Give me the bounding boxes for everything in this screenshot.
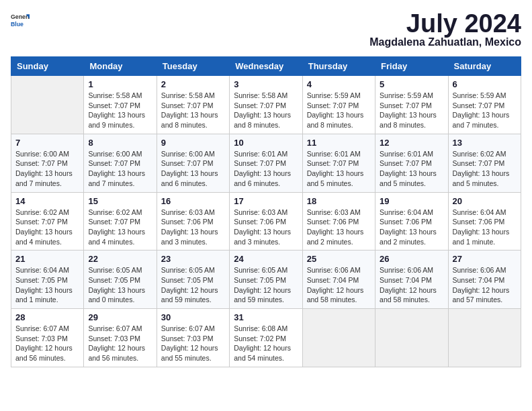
- day-number: 16: [161, 196, 225, 206]
- day-number: 13: [453, 138, 517, 148]
- day-info: Sunrise: 6:01 AMSunset: 7:07 PMDaylight:…: [234, 149, 298, 189]
- day-info: Sunrise: 6:03 AMSunset: 7:06 PMDaylight:…: [161, 208, 225, 247]
- day-of-week-header: Tuesday: [157, 57, 229, 76]
- day-number: 24: [234, 254, 298, 264]
- day-info: Sunrise: 6:07 AMSunset: 7:03 PMDaylight:…: [161, 324, 225, 363]
- day-info: Sunrise: 6:00 AMSunset: 7:07 PMDaylight:…: [88, 149, 152, 189]
- day-info: Sunrise: 6:01 AMSunset: 7:07 PMDaylight:…: [307, 149, 371, 189]
- calendar-cell: 3Sunrise: 5:58 AMSunset: 7:07 PMDaylight…: [230, 76, 302, 134]
- calendar-cell: 9Sunrise: 6:00 AMSunset: 7:07 PMDaylight…: [157, 134, 229, 192]
- day-of-week-header: Wednesday: [230, 57, 302, 76]
- page-header: General Blue July 2024 Magdalena Zahuatl…: [11, 11, 521, 54]
- day-info: Sunrise: 6:00 AMSunset: 7:07 PMDaylight:…: [15, 149, 79, 189]
- day-number: 1: [88, 79, 152, 89]
- day-number: 4: [307, 79, 371, 89]
- calendar-cell: [375, 309, 448, 367]
- day-number: 21: [15, 254, 79, 264]
- day-info: Sunrise: 6:02 AMSunset: 7:07 PMDaylight:…: [453, 149, 517, 189]
- calendar-cell: 16Sunrise: 6:03 AMSunset: 7:06 PMDayligh…: [157, 192, 229, 250]
- calendar-cell: 17Sunrise: 6:03 AMSunset: 7:06 PMDayligh…: [230, 192, 302, 250]
- day-number: 20: [453, 196, 517, 206]
- day-number: 27: [453, 254, 517, 264]
- day-number: 29: [88, 312, 152, 322]
- day-number: 11: [307, 138, 371, 148]
- day-info: Sunrise: 5:59 AMSunset: 7:07 PMDaylight:…: [380, 91, 443, 130]
- day-number: 22: [88, 254, 152, 264]
- calendar-cell: [448, 309, 521, 367]
- day-of-week-header: Friday: [375, 57, 448, 76]
- day-number: 19: [380, 196, 443, 206]
- day-info: Sunrise: 6:03 AMSunset: 7:06 PMDaylight:…: [307, 208, 371, 247]
- day-info: Sunrise: 6:04 AMSunset: 7:06 PMDaylight:…: [453, 208, 517, 247]
- day-number: 9: [161, 138, 225, 148]
- day-info: Sunrise: 6:02 AMSunset: 7:07 PMDaylight:…: [15, 208, 79, 247]
- day-info: Sunrise: 5:58 AMSunset: 7:07 PMDaylight:…: [88, 91, 152, 130]
- calendar-cell: [11, 76, 84, 134]
- day-number: 12: [380, 138, 443, 148]
- day-info: Sunrise: 6:05 AMSunset: 7:05 PMDaylight:…: [88, 265, 152, 305]
- day-number: 8: [88, 138, 152, 148]
- calendar-cell: 22Sunrise: 6:05 AMSunset: 7:05 PMDayligh…: [84, 250, 157, 309]
- day-info: Sunrise: 6:08 AMSunset: 7:02 PMDaylight:…: [234, 324, 298, 363]
- day-number: 7: [15, 138, 79, 148]
- calendar-cell: 14Sunrise: 6:02 AMSunset: 7:07 PMDayligh…: [11, 192, 84, 250]
- calendar-cell: 26Sunrise: 6:06 AMSunset: 7:04 PMDayligh…: [375, 250, 448, 309]
- calendar-week-row: 7Sunrise: 6:00 AMSunset: 7:07 PMDaylight…: [11, 134, 521, 192]
- calendar-cell: 24Sunrise: 6:05 AMSunset: 7:05 PMDayligh…: [230, 250, 302, 309]
- day-info: Sunrise: 6:05 AMSunset: 7:05 PMDaylight:…: [234, 265, 298, 305]
- day-info: Sunrise: 6:04 AMSunset: 7:05 PMDaylight:…: [15, 265, 79, 305]
- day-info: Sunrise: 6:06 AMSunset: 7:04 PMDaylight:…: [453, 265, 517, 305]
- day-info: Sunrise: 6:07 AMSunset: 7:03 PMDaylight:…: [15, 324, 79, 363]
- day-info: Sunrise: 6:01 AMSunset: 7:07 PMDaylight:…: [380, 149, 443, 189]
- calendar-cell: 28Sunrise: 6:07 AMSunset: 7:03 PMDayligh…: [11, 309, 84, 367]
- calendar-cell: 15Sunrise: 6:02 AMSunset: 7:07 PMDayligh…: [84, 192, 157, 250]
- calendar-cell: 8Sunrise: 6:00 AMSunset: 7:07 PMDaylight…: [84, 134, 157, 192]
- calendar-table: SundayMondayTuesdayWednesdayThursdayFrid…: [11, 56, 521, 367]
- day-info: Sunrise: 6:07 AMSunset: 7:03 PMDaylight:…: [88, 324, 152, 363]
- calendar-cell: 23Sunrise: 6:05 AMSunset: 7:05 PMDayligh…: [157, 250, 229, 309]
- day-info: Sunrise: 6:06 AMSunset: 7:04 PMDaylight:…: [307, 265, 371, 305]
- calendar-cell: 30Sunrise: 6:07 AMSunset: 7:03 PMDayligh…: [157, 309, 229, 367]
- calendar-week-row: 28Sunrise: 6:07 AMSunset: 7:03 PMDayligh…: [11, 309, 521, 367]
- day-info: Sunrise: 6:02 AMSunset: 7:07 PMDaylight:…: [88, 208, 152, 247]
- day-of-week-header: Thursday: [302, 57, 375, 76]
- day-info: Sunrise: 5:59 AMSunset: 7:07 PMDaylight:…: [453, 91, 517, 130]
- calendar-cell: 6Sunrise: 5:59 AMSunset: 7:07 PMDaylight…: [448, 76, 521, 134]
- day-info: Sunrise: 6:03 AMSunset: 7:06 PMDaylight:…: [234, 208, 298, 247]
- calendar-header: SundayMondayTuesdayWednesdayThursdayFrid…: [11, 57, 521, 76]
- location: Magdalena Zahuatlan, Mexico: [369, 36, 521, 48]
- calendar-week-row: 21Sunrise: 6:04 AMSunset: 7:05 PMDayligh…: [11, 250, 521, 309]
- calendar-cell: 10Sunrise: 6:01 AMSunset: 7:07 PMDayligh…: [230, 134, 302, 192]
- calendar-cell: 11Sunrise: 6:01 AMSunset: 7:07 PMDayligh…: [302, 134, 375, 192]
- logo: General Blue: [11, 11, 30, 30]
- day-number: 30: [161, 312, 225, 322]
- day-of-week-header: Saturday: [448, 57, 521, 76]
- calendar-week-row: 14Sunrise: 6:02 AMSunset: 7:07 PMDayligh…: [11, 192, 521, 250]
- day-number: 6: [453, 79, 517, 89]
- calendar-week-row: 1Sunrise: 5:58 AMSunset: 7:07 PMDaylight…: [11, 76, 521, 134]
- calendar-cell: 5Sunrise: 5:59 AMSunset: 7:07 PMDaylight…: [375, 76, 448, 134]
- day-number: 14: [15, 196, 79, 206]
- day-number: 10: [234, 138, 298, 148]
- day-number: 5: [380, 79, 443, 89]
- calendar-cell: 12Sunrise: 6:01 AMSunset: 7:07 PMDayligh…: [375, 134, 448, 192]
- calendar-cell: [302, 309, 375, 367]
- calendar-cell: 19Sunrise: 6:04 AMSunset: 7:06 PMDayligh…: [375, 192, 448, 250]
- calendar-cell: 29Sunrise: 6:07 AMSunset: 7:03 PMDayligh…: [84, 309, 157, 367]
- calendar-cell: 21Sunrise: 6:04 AMSunset: 7:05 PMDayligh…: [11, 250, 84, 309]
- day-number: 17: [234, 196, 298, 206]
- calendar-cell: 13Sunrise: 6:02 AMSunset: 7:07 PMDayligh…: [448, 134, 521, 192]
- day-number: 18: [307, 196, 371, 206]
- day-info: Sunrise: 5:59 AMSunset: 7:07 PMDaylight:…: [307, 91, 371, 130]
- calendar-cell: 27Sunrise: 6:06 AMSunset: 7:04 PMDayligh…: [448, 250, 521, 309]
- day-info: Sunrise: 6:06 AMSunset: 7:04 PMDaylight:…: [380, 265, 443, 305]
- day-of-week-header: Sunday: [11, 57, 84, 76]
- day-info: Sunrise: 5:58 AMSunset: 7:07 PMDaylight:…: [161, 91, 225, 130]
- day-number: 31: [234, 312, 298, 322]
- day-info: Sunrise: 6:05 AMSunset: 7:05 PMDaylight:…: [161, 265, 225, 305]
- day-info: Sunrise: 5:58 AMSunset: 7:07 PMDaylight:…: [234, 91, 298, 130]
- day-number: 28: [15, 312, 79, 322]
- svg-text:Blue: Blue: [11, 21, 24, 28]
- calendar-cell: 18Sunrise: 6:03 AMSunset: 7:06 PMDayligh…: [302, 192, 375, 250]
- calendar-cell: 25Sunrise: 6:06 AMSunset: 7:04 PMDayligh…: [302, 250, 375, 309]
